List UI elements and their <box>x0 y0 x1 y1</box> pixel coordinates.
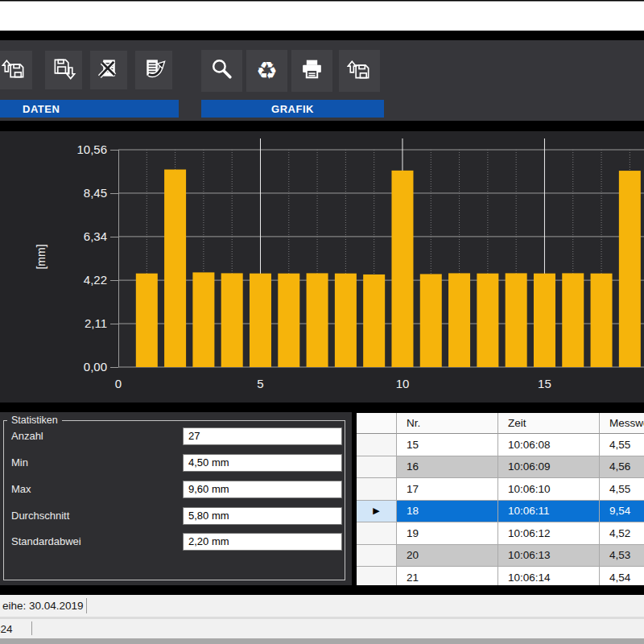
cell-nr[interactable]: 17 <box>397 478 498 501</box>
magnifier-icon <box>208 56 235 86</box>
current-row-indicator[interactable]: ▶ <box>357 501 397 523</box>
cell-nr[interactable]: 16 <box>397 456 498 479</box>
bar <box>534 274 555 367</box>
stat-label-durchschnitt: Durchschnitt <box>11 507 69 525</box>
y-axis-tick-label: 4,22 <box>57 273 107 287</box>
table-row[interactable]: 2110:06:144,54 <box>357 567 644 585</box>
bar <box>391 171 413 367</box>
bar <box>506 273 527 367</box>
recycle-icon: ♻ <box>256 59 278 83</box>
bar <box>420 274 442 367</box>
save-data-button[interactable] <box>45 51 82 89</box>
bar <box>250 274 271 367</box>
table-row[interactable]: ▶1810:06:119,54 <box>357 501 644 523</box>
cell-messwert[interactable]: 4,53 <box>600 545 644 568</box>
stat-value-anzahl[interactable]: 27 <box>183 427 342 445</box>
stat-label-min: Min <box>11 454 28 472</box>
refresh-button[interactable]: ♻ <box>246 50 287 92</box>
bar <box>192 272 214 367</box>
cell-zeit[interactable]: 10:06:11 <box>498 501 600 523</box>
y-axis-tick-label: 2,11 <box>57 316 107 331</box>
grafik-group-label: GRAFIK <box>271 103 314 115</box>
x-axis-tick-label: 10 <box>385 377 420 391</box>
delete-data-button[interactable] <box>90 51 127 89</box>
toolbar-group-grafik: GRAFIK <box>201 100 384 118</box>
row-selector[interactable] <box>357 567 397 585</box>
table-header-row: Nr.ZeitMesswe <box>357 413 644 434</box>
cell-zeit[interactable]: 10:06:14 <box>498 567 600 585</box>
y-axis-tick <box>110 324 118 324</box>
status-count-text: 424 <box>0 619 13 638</box>
status-bar-series: eihe: 30.04.2019 <box>0 595 644 617</box>
cell-messwert[interactable]: 4,52 <box>600 522 644 545</box>
y-axis-tick <box>110 150 118 151</box>
y-axis-tick <box>110 280 118 281</box>
bar <box>335 274 357 367</box>
row-selector[interactable] <box>357 545 397 568</box>
status-separator <box>31 621 32 635</box>
row-selector[interactable] <box>357 434 397 456</box>
load-data-button[interactable] <box>0 51 32 89</box>
stat-value-durchschnitt[interactable]: 5,80 mm <box>183 507 342 525</box>
column-header-messwe[interactable]: Messwe <box>600 413 644 434</box>
bar <box>221 273 243 367</box>
y-axis-tick <box>110 237 118 237</box>
floppy-arrow-up-icon <box>2 56 27 85</box>
stat-value-min[interactable]: 4,50 mm <box>183 454 342 472</box>
cell-messwert[interactable]: 4,55 <box>600 478 644 501</box>
floppy-arrow-down-icon <box>52 56 76 85</box>
cell-messwert[interactable]: 4,55 <box>600 434 644 456</box>
bar <box>136 274 158 367</box>
row-selector[interactable] <box>357 522 397 545</box>
cell-nr[interactable]: 15 <box>397 434 498 456</box>
table-row[interactable]: 1610:06:094,56 <box>357 456 644 479</box>
cell-messwert[interactable]: 9,54 <box>600 501 644 523</box>
column-header-nr[interactable]: Nr. <box>397 413 498 434</box>
cell-messwert[interactable]: 4,54 <box>600 567 644 585</box>
print-button[interactable] <box>291 50 332 92</box>
row-selector[interactable] <box>357 456 397 479</box>
cell-nr[interactable]: 21 <box>397 567 498 585</box>
cell-zeit[interactable]: 10:06:13 <box>498 545 600 568</box>
cell-nr[interactable]: 18 <box>397 501 498 523</box>
stat-label-standardabwei: Standardabwei <box>11 533 81 551</box>
table-row[interactable]: 1710:06:104,55 <box>357 478 644 501</box>
chart-panel: [mm] 0,002,114,226,348,4510,56051015 <box>0 131 644 402</box>
bar <box>562 273 584 367</box>
toolbar-group-daten: DATEN <box>0 100 179 118</box>
save-graphic-button[interactable] <box>339 50 380 92</box>
measurement-table: Nr.ZeitMesswe1510:06:084,551610:06:094,5… <box>357 413 644 585</box>
bar <box>448 273 470 367</box>
printer-icon <box>299 56 325 86</box>
table-row[interactable]: 1910:06:124,52 <box>357 522 644 545</box>
chart-y-axis-title: [mm] <box>35 230 47 283</box>
daten-group-label: DATEN <box>23 103 60 115</box>
y-axis-tick-label: 0,00 <box>57 360 107 374</box>
cell-nr[interactable]: 20 <box>397 545 498 568</box>
table-row[interactable]: 2010:06:134,53 <box>357 545 644 568</box>
cell-zeit[interactable]: 10:06:09 <box>498 456 600 479</box>
x-axis-tick-label: 5 <box>242 377 278 391</box>
table-row[interactable]: 1510:06:084,55 <box>357 434 644 456</box>
statistics-panel: Statistiken Anzahl27Min4,50 mmMax9,60 mm… <box>0 412 352 585</box>
toolbar: ♻ DATEN GRAFIK <box>0 40 644 121</box>
column-header-zeit[interactable]: Zeit <box>498 413 600 434</box>
y-axis-tick <box>110 193 118 194</box>
bar <box>619 171 641 367</box>
zoom-button[interactable] <box>201 50 242 92</box>
bar <box>164 170 186 367</box>
export-data-button[interactable] <box>135 51 172 89</box>
y-axis-tick-label: 10,56 <box>57 142 107 157</box>
row-selector[interactable] <box>357 478 397 501</box>
cell-zeit[interactable]: 10:06:10 <box>498 478 600 501</box>
cell-zeit[interactable]: 10:06:08 <box>498 434 600 456</box>
stat-label-anzahl: Anzahl <box>11 427 43 445</box>
stat-value-standardabwei[interactable]: 2,20 mm <box>183 533 342 551</box>
stat-value-max[interactable]: 9,60 mm <box>183 481 342 498</box>
cell-messwert[interactable]: 4,56 <box>600 456 644 479</box>
cell-zeit[interactable]: 10:06:12 <box>498 522 600 545</box>
bar <box>278 274 299 367</box>
statistics-legend: Statistiken <box>7 415 62 426</box>
bottom-edge-strip <box>0 638 644 644</box>
cell-nr[interactable]: 19 <box>397 522 498 545</box>
